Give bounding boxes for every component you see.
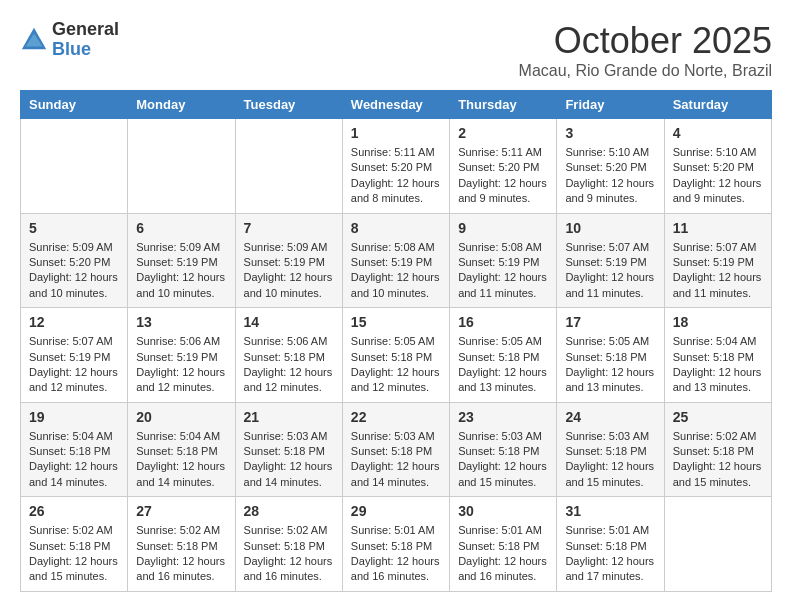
- day-number: 23: [458, 409, 548, 425]
- day-number: 17: [565, 314, 655, 330]
- calendar-cell: 4Sunrise: 5:10 AM Sunset: 5:20 PM Daylig…: [664, 119, 771, 214]
- day-number: 14: [244, 314, 334, 330]
- calendar-cell: 7Sunrise: 5:09 AM Sunset: 5:19 PM Daylig…: [235, 213, 342, 308]
- calendar-cell: 19Sunrise: 5:04 AM Sunset: 5:18 PM Dayli…: [21, 402, 128, 497]
- day-info: Sunrise: 5:08 AM Sunset: 5:19 PM Dayligh…: [458, 240, 548, 302]
- day-info: Sunrise: 5:06 AM Sunset: 5:19 PM Dayligh…: [136, 334, 226, 396]
- day-number: 2: [458, 125, 548, 141]
- day-number: 26: [29, 503, 119, 519]
- calendar-cell: 12Sunrise: 5:07 AM Sunset: 5:19 PM Dayli…: [21, 308, 128, 403]
- day-number: 8: [351, 220, 441, 236]
- calendar-cell: [21, 119, 128, 214]
- day-number: 19: [29, 409, 119, 425]
- logo-blue-text: Blue: [52, 40, 119, 60]
- day-info: Sunrise: 5:04 AM Sunset: 5:18 PM Dayligh…: [29, 429, 119, 491]
- calendar-cell: 14Sunrise: 5:06 AM Sunset: 5:18 PM Dayli…: [235, 308, 342, 403]
- day-number: 30: [458, 503, 548, 519]
- day-number: 9: [458, 220, 548, 236]
- day-number: 25: [673, 409, 763, 425]
- day-info: Sunrise: 5:05 AM Sunset: 5:18 PM Dayligh…: [351, 334, 441, 396]
- day-info: Sunrise: 5:01 AM Sunset: 5:18 PM Dayligh…: [458, 523, 548, 585]
- day-number: 13: [136, 314, 226, 330]
- calendar-table: SundayMondayTuesdayWednesdayThursdayFrid…: [20, 90, 772, 592]
- calendar-header: SundayMondayTuesdayWednesdayThursdayFrid…: [21, 91, 772, 119]
- day-number: 1: [351, 125, 441, 141]
- calendar-week-1: 1Sunrise: 5:11 AM Sunset: 5:20 PM Daylig…: [21, 119, 772, 214]
- day-info: Sunrise: 5:02 AM Sunset: 5:18 PM Dayligh…: [136, 523, 226, 585]
- calendar-cell: 11Sunrise: 5:07 AM Sunset: 5:19 PM Dayli…: [664, 213, 771, 308]
- page-header: General Blue October 2025 Macau, Rio Gra…: [20, 20, 772, 80]
- calendar-cell: 26Sunrise: 5:02 AM Sunset: 5:18 PM Dayli…: [21, 497, 128, 592]
- calendar-cell: 5Sunrise: 5:09 AM Sunset: 5:20 PM Daylig…: [21, 213, 128, 308]
- calendar-cell: 10Sunrise: 5:07 AM Sunset: 5:19 PM Dayli…: [557, 213, 664, 308]
- day-info: Sunrise: 5:09 AM Sunset: 5:19 PM Dayligh…: [244, 240, 334, 302]
- day-info: Sunrise: 5:03 AM Sunset: 5:18 PM Dayligh…: [244, 429, 334, 491]
- calendar-cell: 31Sunrise: 5:01 AM Sunset: 5:18 PM Dayli…: [557, 497, 664, 592]
- day-info: Sunrise: 5:02 AM Sunset: 5:18 PM Dayligh…: [29, 523, 119, 585]
- day-info: Sunrise: 5:06 AM Sunset: 5:18 PM Dayligh…: [244, 334, 334, 396]
- day-info: Sunrise: 5:01 AM Sunset: 5:18 PM Dayligh…: [565, 523, 655, 585]
- calendar-cell: 22Sunrise: 5:03 AM Sunset: 5:18 PM Dayli…: [342, 402, 449, 497]
- day-number: 21: [244, 409, 334, 425]
- calendar-cell: 21Sunrise: 5:03 AM Sunset: 5:18 PM Dayli…: [235, 402, 342, 497]
- day-info: Sunrise: 5:10 AM Sunset: 5:20 PM Dayligh…: [673, 145, 763, 207]
- day-info: Sunrise: 5:01 AM Sunset: 5:18 PM Dayligh…: [351, 523, 441, 585]
- calendar-cell: 29Sunrise: 5:01 AM Sunset: 5:18 PM Dayli…: [342, 497, 449, 592]
- logo-general-text: General: [52, 20, 119, 40]
- calendar-cell: 27Sunrise: 5:02 AM Sunset: 5:18 PM Dayli…: [128, 497, 235, 592]
- calendar-cell: 15Sunrise: 5:05 AM Sunset: 5:18 PM Dayli…: [342, 308, 449, 403]
- day-info: Sunrise: 5:03 AM Sunset: 5:18 PM Dayligh…: [458, 429, 548, 491]
- calendar-cell: 23Sunrise: 5:03 AM Sunset: 5:18 PM Dayli…: [450, 402, 557, 497]
- day-info: Sunrise: 5:10 AM Sunset: 5:20 PM Dayligh…: [565, 145, 655, 207]
- day-number: 28: [244, 503, 334, 519]
- header-cell-monday: Monday: [128, 91, 235, 119]
- calendar-cell: 8Sunrise: 5:08 AM Sunset: 5:19 PM Daylig…: [342, 213, 449, 308]
- calendar-cell: 17Sunrise: 5:05 AM Sunset: 5:18 PM Dayli…: [557, 308, 664, 403]
- calendar-cell: 20Sunrise: 5:04 AM Sunset: 5:18 PM Dayli…: [128, 402, 235, 497]
- calendar-cell: 9Sunrise: 5:08 AM Sunset: 5:19 PM Daylig…: [450, 213, 557, 308]
- day-number: 10: [565, 220, 655, 236]
- header-cell-tuesday: Tuesday: [235, 91, 342, 119]
- header-cell-friday: Friday: [557, 91, 664, 119]
- day-info: Sunrise: 5:05 AM Sunset: 5:18 PM Dayligh…: [565, 334, 655, 396]
- logo: General Blue: [20, 20, 119, 60]
- day-info: Sunrise: 5:04 AM Sunset: 5:18 PM Dayligh…: [673, 334, 763, 396]
- day-info: Sunrise: 5:09 AM Sunset: 5:20 PM Dayligh…: [29, 240, 119, 302]
- header-cell-sunday: Sunday: [21, 91, 128, 119]
- header-cell-thursday: Thursday: [450, 91, 557, 119]
- calendar-cell: 6Sunrise: 5:09 AM Sunset: 5:19 PM Daylig…: [128, 213, 235, 308]
- day-number: 27: [136, 503, 226, 519]
- day-number: 12: [29, 314, 119, 330]
- day-info: Sunrise: 5:08 AM Sunset: 5:19 PM Dayligh…: [351, 240, 441, 302]
- day-info: Sunrise: 5:07 AM Sunset: 5:19 PM Dayligh…: [673, 240, 763, 302]
- title-section: October 2025 Macau, Rio Grande do Norte,…: [519, 20, 772, 80]
- header-cell-saturday: Saturday: [664, 91, 771, 119]
- calendar-cell: [235, 119, 342, 214]
- day-info: Sunrise: 5:02 AM Sunset: 5:18 PM Dayligh…: [673, 429, 763, 491]
- calendar-cell: 25Sunrise: 5:02 AM Sunset: 5:18 PM Dayli…: [664, 402, 771, 497]
- day-info: Sunrise: 5:09 AM Sunset: 5:19 PM Dayligh…: [136, 240, 226, 302]
- day-info: Sunrise: 5:04 AM Sunset: 5:18 PM Dayligh…: [136, 429, 226, 491]
- day-info: Sunrise: 5:11 AM Sunset: 5:20 PM Dayligh…: [458, 145, 548, 207]
- calendar-week-2: 5Sunrise: 5:09 AM Sunset: 5:20 PM Daylig…: [21, 213, 772, 308]
- day-info: Sunrise: 5:05 AM Sunset: 5:18 PM Dayligh…: [458, 334, 548, 396]
- calendar-week-3: 12Sunrise: 5:07 AM Sunset: 5:19 PM Dayli…: [21, 308, 772, 403]
- day-number: 20: [136, 409, 226, 425]
- day-info: Sunrise: 5:02 AM Sunset: 5:18 PM Dayligh…: [244, 523, 334, 585]
- calendar-cell: 3Sunrise: 5:10 AM Sunset: 5:20 PM Daylig…: [557, 119, 664, 214]
- day-number: 3: [565, 125, 655, 141]
- calendar-cell: 28Sunrise: 5:02 AM Sunset: 5:18 PM Dayli…: [235, 497, 342, 592]
- day-number: 18: [673, 314, 763, 330]
- day-number: 15: [351, 314, 441, 330]
- header-row: SundayMondayTuesdayWednesdayThursdayFrid…: [21, 91, 772, 119]
- day-number: 31: [565, 503, 655, 519]
- logo-text: General Blue: [52, 20, 119, 60]
- day-number: 29: [351, 503, 441, 519]
- calendar-cell: 30Sunrise: 5:01 AM Sunset: 5:18 PM Dayli…: [450, 497, 557, 592]
- calendar-week-4: 19Sunrise: 5:04 AM Sunset: 5:18 PM Dayli…: [21, 402, 772, 497]
- logo-icon: [20, 26, 48, 54]
- day-number: 11: [673, 220, 763, 236]
- day-info: Sunrise: 5:07 AM Sunset: 5:19 PM Dayligh…: [29, 334, 119, 396]
- calendar-cell: 16Sunrise: 5:05 AM Sunset: 5:18 PM Dayli…: [450, 308, 557, 403]
- day-number: 4: [673, 125, 763, 141]
